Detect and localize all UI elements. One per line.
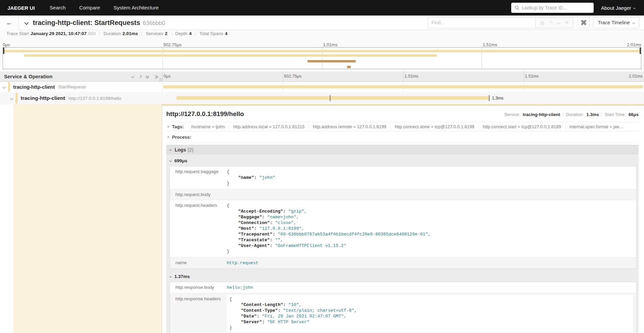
minimap-span-bar [24,54,437,57]
keyboard-shortcuts-button[interactable]: ⌘ [577,17,590,28]
ruler-gridline [162,72,163,81]
divider [563,112,563,117]
trace-view-selector[interactable]: Trace Timeline [593,17,639,28]
minimap-tick-labels: 0μs 502.75μs 1.01ms 1.51ms 2.01ms [3,42,641,47]
minimap-span-bar [307,60,356,62]
minimap-canvas[interactable] [3,47,641,69]
span-detail-row: http://127.0.0.1:8199/hello Service: tra… [0,104,644,333]
trace-collapse-chevron-icon[interactable] [24,21,29,25]
collapse-one-icon[interactable] [131,75,134,78]
tick-label: 1.51ms [483,42,497,47]
kv-value-text: hello:john [224,282,636,293]
service-label: Service: [504,112,520,117]
service-operation-header: Service & Operation [0,72,162,81]
brand-jaeger-ui[interactable]: JAEGER UI [0,5,43,11]
timeline-ruler: 0μs 502.75μs 1.01ms 1.51ms 2.01ms [162,72,644,81]
minimap-span-bar [347,66,351,68]
tag-pill: http.address.local = 127.0.0.1:61215 [229,124,309,129]
meta-label: Duration [103,31,121,36]
find-clear-icon[interactable]: × [565,20,568,26]
log-marker[interactable] [330,95,330,101]
search-icon [515,5,519,10]
start-time-value: 66μs [628,112,639,117]
meta-value: 4 [225,31,228,36]
meta-value: 2 [165,31,168,36]
meta-value: January 29 2021, 10:47:07 [30,31,86,36]
tick-label: 502.75μs [164,42,182,47]
span-detail-panel: http://127.0.0.1:8199/hello Service: tra… [162,104,644,333]
chevron-right-icon [167,136,169,138]
kv-value-json: { "Content-Length": "10", "Content-Type"… [224,294,636,333]
kv-key: http.request.baggage [170,166,224,189]
span-bar[interactable] [176,96,490,100]
tick-label: 502.75μs [284,74,302,79]
span-detail-accent-column [14,104,162,333]
tag-pill: http.connect.start = tcp@127.0.0.1:8199 [479,124,566,129]
expand-all-icon[interactable] [154,75,158,78]
log-entry-toggle-699us[interactable]: 699μs [170,155,637,166]
service-color-strip [16,93,18,104]
logs-accordion-header[interactable]: Logs (2) [166,145,639,155]
find-input[interactable] [428,17,535,28]
kv-row: http.response.body hello:john [170,282,636,294]
find-prev-icon[interactable] [549,21,553,24]
ruler-gridline [283,72,283,81]
span-bar-cell[interactable] [162,82,644,92]
logs-count: (2) [188,147,193,152]
tags-accordion[interactable]: Tags: hostname = ijohn http.address.loca… [166,122,639,132]
about-jaeger-menu[interactable]: About Jaeger [601,5,635,11]
kv-row: http.request.baggage { "name": "john" } [170,166,636,189]
find-next-icon[interactable] [557,21,561,24]
trace-id-lookup[interactable] [511,3,594,13]
match-highlight-icon[interactable]: ◎ [540,20,544,25]
kv-value-json: { "name": "john" } [224,166,636,189]
tick-label: 0μs [164,74,170,79]
span-name-cell[interactable]: tracing-http-client StartRequests [0,82,162,92]
chevron-down-icon[interactable] [10,96,14,100]
span-name-cell[interactable]: tracing-http-client http://127.0.0.1:819… [0,92,162,104]
nav-item-compare[interactable]: Compare [72,0,107,16]
chevron-down-icon [169,159,172,162]
tag-pill: http.address.remote = 127.0.0.1:8199 [309,124,391,129]
logs-title: Logs [175,147,186,152]
minimap-right-scrub-handle[interactable] [640,48,641,54]
chevron-right-icon [167,126,169,128]
trace-id-lookup-input[interactable] [522,5,590,10]
log-entry-toggle-1-37ms[interactable]: 1.37ms [170,271,637,282]
ruler-gridline [403,72,403,81]
chevron-down-icon [169,148,172,151]
trace-minimap: 0μs 502.75μs 1.01ms 1.51ms 2.01ms [0,37,644,72]
tick-label: 2.01ms [627,42,641,47]
span-bar[interactable] [163,85,643,88]
trace-view-label: Trace Timeline [598,20,630,25]
collapse-all-icon[interactable] [146,75,149,79]
span-detail-header: http://127.0.0.1:8199/hello Service: tra… [166,110,639,118]
tick-label: 0μs [3,42,10,47]
tag-pill: hostname = ijohn [187,124,229,129]
nav-item-system-architecture[interactable]: System Architecture [107,0,165,16]
ruler-gridline [524,72,524,81]
duration-label: Duration: [566,112,584,117]
process-accordion[interactable]: Process: [166,132,639,143]
operation-name: StartRequests [58,84,86,89]
about-jaeger-label: About Jaeger [601,5,631,11]
chevron-down-icon[interactable] [3,85,6,89]
back-button[interactable]: ← [0,16,19,30]
expand-one-icon[interactable] [139,75,141,78]
top-navbar: JAEGER UI Search Compare System Architec… [0,0,644,16]
meta-duration: Duration 2.01ms [100,31,142,36]
meta-label: Total Spans [199,31,223,36]
minimap-left-scrub-handle[interactable] [3,48,4,54]
log-marker[interactable] [489,95,490,101]
nav-item-search[interactable]: Search [43,0,73,16]
service-value: tracing-http-client [523,112,560,117]
meta-value: 2.01ms [122,31,138,36]
service-name: tracing-http-client [13,84,55,90]
tick-label: 2.01ms [629,74,643,79]
kv-value-json: { "Accept-Encoding": "gzip", "Baggage": … [224,200,636,257]
jaeger-trace-page: JAEGER UI Search Compare System Architec… [0,0,644,333]
logs-body: 699μs http.request.baggage { "name": "jo… [166,155,639,333]
kv-row: name http.request [170,257,636,269]
span-row-hello-selected: tracing-http-client http://127.0.0.1:819… [0,92,644,104]
span-bar-cell[interactable]: 1.3ms [162,92,644,104]
